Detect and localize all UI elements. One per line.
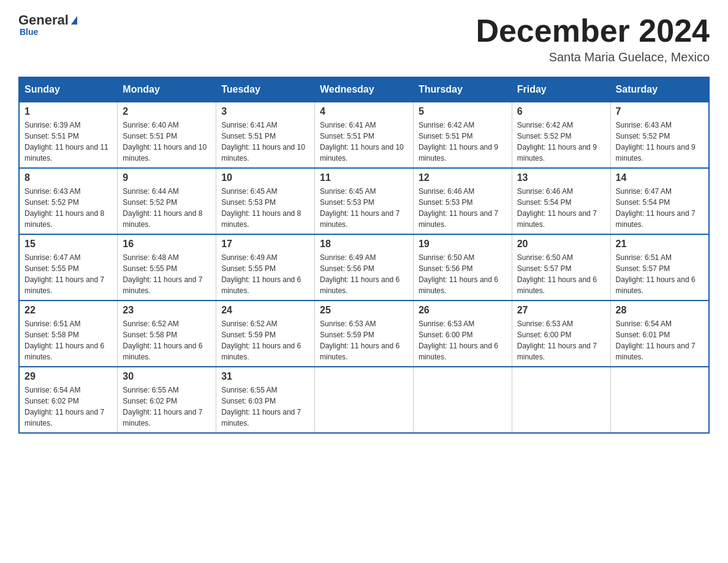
day-number: 28 [616,305,703,316]
day-number: 24 [221,305,309,316]
day-info: Sunrise: 6:41 AM Sunset: 5:51 PM Dayligh… [320,120,408,164]
day-number: 7 [616,106,703,117]
weekday-header-tuesday: Tuesday [216,77,315,102]
calendar-cell: 28 Sunrise: 6:54 AM Sunset: 6:01 PM Dayl… [610,301,709,367]
calendar-cell: 9 Sunrise: 6:44 AM Sunset: 5:52 PM Dayli… [118,168,216,234]
calendar-cell: 17 Sunrise: 6:49 AM Sunset: 5:55 PM Dayl… [216,234,315,301]
logo-text: General [18,12,77,28]
day-info: Sunrise: 6:48 AM Sunset: 5:55 PM Dayligh… [123,252,211,296]
day-number: 2 [123,106,211,117]
day-info: Sunrise: 6:39 AM Sunset: 5:51 PM Dayligh… [25,120,112,164]
week-row-1: 1 Sunrise: 6:39 AM Sunset: 5:51 PM Dayli… [19,102,709,168]
day-number: 13 [517,172,605,183]
day-number: 1 [25,106,112,117]
calendar-cell: 31 Sunrise: 6:55 AM Sunset: 6:03 PM Dayl… [216,367,315,433]
calendar-cell: 13 Sunrise: 6:46 AM Sunset: 5:54 PM Dayl… [512,168,610,234]
day-info: Sunrise: 6:45 AM Sunset: 5:53 PM Dayligh… [221,186,309,230]
calendar-cell: 25 Sunrise: 6:53 AM Sunset: 5:59 PM Dayl… [315,301,414,367]
day-number: 27 [517,305,605,316]
day-info: Sunrise: 6:47 AM Sunset: 5:54 PM Dayligh… [616,186,703,230]
day-info: Sunrise: 6:43 AM Sunset: 5:52 PM Dayligh… [616,120,703,164]
calendar-cell: 14 Sunrise: 6:47 AM Sunset: 5:54 PM Dayl… [610,168,709,234]
weekday-header-saturday: Saturday [610,77,709,102]
calendar-cell: 4 Sunrise: 6:41 AM Sunset: 5:51 PM Dayli… [315,102,414,168]
calendar-cell: 2 Sunrise: 6:40 AM Sunset: 5:51 PM Dayli… [118,102,216,168]
day-number: 19 [419,239,507,250]
day-number: 29 [25,371,112,382]
weekday-header-monday: Monday [118,77,216,102]
calendar-cell: 24 Sunrise: 6:52 AM Sunset: 5:59 PM Dayl… [216,301,315,367]
day-info: Sunrise: 6:49 AM Sunset: 5:55 PM Dayligh… [221,252,309,296]
calendar-cell: 6 Sunrise: 6:42 AM Sunset: 5:52 PM Dayli… [512,102,610,168]
day-number: 11 [320,172,408,183]
calendar-cell: 3 Sunrise: 6:41 AM Sunset: 5:51 PM Dayli… [216,102,315,168]
day-info: Sunrise: 6:50 AM Sunset: 5:57 PM Dayligh… [517,252,605,296]
logo-general: General [18,12,69,28]
day-info: Sunrise: 6:40 AM Sunset: 5:51 PM Dayligh… [123,120,211,164]
logo-triangle-icon [71,16,77,25]
calendar-table: SundayMondayTuesdayWednesdayThursdayFrid… [18,77,710,434]
weekday-header-sunday: Sunday [19,77,118,102]
day-number: 4 [320,106,408,117]
day-info: Sunrise: 6:42 AM Sunset: 5:51 PM Dayligh… [419,120,507,164]
calendar-cell: 5 Sunrise: 6:42 AM Sunset: 5:51 PM Dayli… [413,102,512,168]
calendar-cell: 7 Sunrise: 6:43 AM Sunset: 5:52 PM Dayli… [610,102,709,168]
weekday-header-wednesday: Wednesday [315,77,414,102]
calendar-cell: 1 Sunrise: 6:39 AM Sunset: 5:51 PM Dayli… [19,102,118,168]
weekday-header-friday: Friday [512,77,610,102]
day-number: 9 [123,172,211,183]
calendar-cell: 11 Sunrise: 6:45 AM Sunset: 5:53 PM Dayl… [315,168,414,234]
day-info: Sunrise: 6:53 AM Sunset: 6:00 PM Dayligh… [517,318,605,362]
day-info: Sunrise: 6:42 AM Sunset: 5:52 PM Dayligh… [517,120,605,164]
day-info: Sunrise: 6:44 AM Sunset: 5:52 PM Dayligh… [123,186,211,230]
week-row-2: 8 Sunrise: 6:43 AM Sunset: 5:52 PM Dayli… [19,168,709,234]
day-number: 21 [616,239,703,250]
day-number: 31 [221,371,309,382]
calendar-cell [512,367,610,433]
day-number: 22 [25,305,112,316]
day-number: 12 [419,172,507,183]
day-number: 14 [616,172,703,183]
week-row-4: 22 Sunrise: 6:51 AM Sunset: 5:58 PM Dayl… [19,301,709,367]
day-info: Sunrise: 6:55 AM Sunset: 6:02 PM Dayligh… [123,385,211,429]
day-info: Sunrise: 6:51 AM Sunset: 5:58 PM Dayligh… [25,318,112,362]
calendar-cell: 8 Sunrise: 6:43 AM Sunset: 5:52 PM Dayli… [19,168,118,234]
day-number: 10 [221,172,309,183]
day-info: Sunrise: 6:47 AM Sunset: 5:55 PM Dayligh… [25,252,112,296]
day-info: Sunrise: 6:54 AM Sunset: 6:01 PM Dayligh… [616,318,703,362]
day-number: 20 [517,239,605,250]
calendar-cell: 23 Sunrise: 6:52 AM Sunset: 5:58 PM Dayl… [118,301,216,367]
calendar-cell: 19 Sunrise: 6:50 AM Sunset: 5:56 PM Dayl… [413,234,512,301]
calendar-cell [413,367,512,433]
day-info: Sunrise: 6:53 AM Sunset: 5:59 PM Dayligh… [320,318,408,362]
logo: General Blue [18,12,77,37]
calendar-cell: 20 Sunrise: 6:50 AM Sunset: 5:57 PM Dayl… [512,234,610,301]
day-info: Sunrise: 6:46 AM Sunset: 5:53 PM Dayligh… [419,186,507,230]
day-number: 17 [221,239,309,250]
calendar-cell: 26 Sunrise: 6:53 AM Sunset: 6:00 PM Dayl… [413,301,512,367]
day-info: Sunrise: 6:45 AM Sunset: 5:53 PM Dayligh… [320,186,408,230]
calendar-cell: 10 Sunrise: 6:45 AM Sunset: 5:53 PM Dayl… [216,168,315,234]
calendar-cell: 21 Sunrise: 6:51 AM Sunset: 5:57 PM Dayl… [610,234,709,301]
calendar-cell: 30 Sunrise: 6:55 AM Sunset: 6:02 PM Dayl… [118,367,216,433]
week-row-3: 15 Sunrise: 6:47 AM Sunset: 5:55 PM Dayl… [19,234,709,301]
day-info: Sunrise: 6:52 AM Sunset: 5:59 PM Dayligh… [221,318,309,362]
day-info: Sunrise: 6:43 AM Sunset: 5:52 PM Dayligh… [25,186,112,230]
day-info: Sunrise: 6:55 AM Sunset: 6:03 PM Dayligh… [221,385,309,429]
calendar-cell: 22 Sunrise: 6:51 AM Sunset: 5:58 PM Dayl… [19,301,118,367]
day-number: 25 [320,305,408,316]
day-number: 18 [320,239,408,250]
calendar-cell: 15 Sunrise: 6:47 AM Sunset: 5:55 PM Dayl… [19,234,118,301]
calendar-cell [315,367,414,433]
day-number: 3 [221,106,309,117]
location: Santa Maria Guelace, Mexico [476,50,710,64]
day-number: 8 [25,172,112,183]
day-number: 15 [25,239,112,250]
day-info: Sunrise: 6:54 AM Sunset: 6:02 PM Dayligh… [25,385,112,429]
weekday-header-row: SundayMondayTuesdayWednesdayThursdayFrid… [19,77,709,102]
page-header: General Blue December 2024 Santa Maria G… [18,12,710,64]
calendar-cell: 16 Sunrise: 6:48 AM Sunset: 5:55 PM Dayl… [118,234,216,301]
calendar-cell: 27 Sunrise: 6:53 AM Sunset: 6:00 PM Dayl… [512,301,610,367]
month-title: December 2024 [476,12,710,49]
day-info: Sunrise: 6:51 AM Sunset: 5:57 PM Dayligh… [616,252,703,296]
